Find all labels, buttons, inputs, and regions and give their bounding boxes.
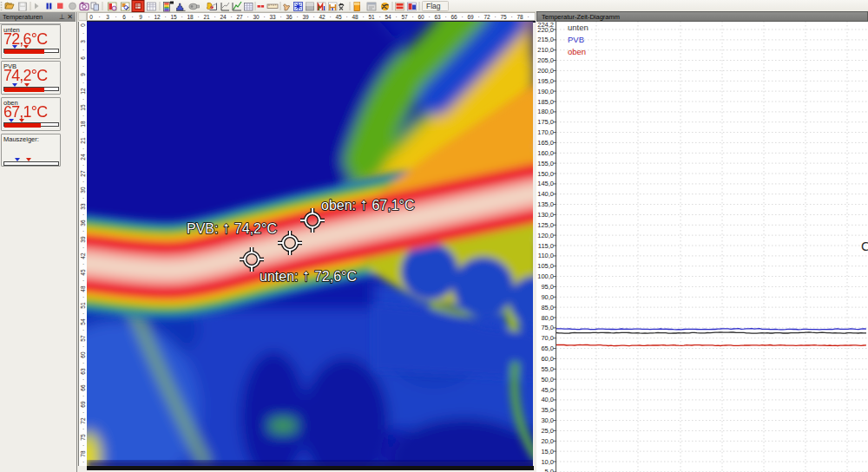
svg-text:oben: ↑ 67,1°C: oben: ↑ 67,1°C — [321, 195, 415, 213]
svg-text:195,0: 195,0 — [537, 77, 554, 85]
svg-text:200,0: 200,0 — [537, 67, 554, 75]
svg-text:60,0: 60,0 — [541, 355, 554, 363]
svg-text:oben: oben — [568, 47, 586, 56]
svg-text:35,0: 35,0 — [541, 406, 554, 414]
svg-text:15,0: 15,0 — [541, 448, 554, 456]
svg-text:110,0: 110,0 — [538, 252, 554, 259]
svg-text:80,0: 80,0 — [541, 314, 554, 322]
svg-text:160,0: 160,0 — [537, 149, 554, 157]
svg-text:105,0: 105,0 — [537, 262, 554, 270]
svg-text:30,0: 30,0 — [541, 416, 554, 424]
svg-text:140,0: 140,0 — [537, 190, 554, 198]
svg-text:100,0: 100,0 — [537, 272, 554, 280]
svg-text:PVB: ↑ 74,2°C: PVB: ↑ 74,2°C — [187, 219, 277, 237]
svg-text:215,0: 215,0 — [537, 36, 554, 43]
svg-text:180,0: 180,0 — [537, 108, 554, 115]
svg-text:185,0: 185,0 — [537, 98, 554, 106]
svg-text:50,0: 50,0 — [541, 376, 554, 384]
svg-text:70,0: 70,0 — [541, 334, 554, 342]
svg-text:PVB: PVB — [568, 35, 584, 44]
svg-text:unten: ↑ 72,6°C: unten: ↑ 72,6°C — [260, 266, 357, 285]
svg-text:Flag: Flag — [426, 2, 441, 10]
svg-text:C: C — [861, 239, 868, 253]
svg-text:85,0: 85,0 — [541, 304, 554, 311]
svg-text:20,0: 20,0 — [541, 437, 554, 445]
svg-text:55,0: 55,0 — [541, 365, 554, 373]
svg-text:unten: unten — [568, 23, 589, 32]
svg-text:135,0: 135,0 — [537, 200, 554, 208]
svg-text:120,0: 120,0 — [537, 232, 554, 239]
svg-text:115,0: 115,0 — [538, 242, 554, 250]
svg-text:220,0: 220,0 — [537, 26, 554, 34]
svg-text:10,0: 10,0 — [541, 458, 554, 466]
svg-text:165,0: 165,0 — [537, 139, 554, 147]
svg-text:90,0: 90,0 — [541, 293, 554, 301]
svg-text:65,0: 65,0 — [541, 344, 554, 352]
svg-text:170,0: 170,0 — [537, 128, 554, 136]
svg-text:145,0: 145,0 — [537, 180, 554, 187]
svg-text:125,0: 125,0 — [537, 221, 554, 229]
svg-text:75,0: 75,0 — [541, 324, 554, 331]
svg-text:95,0: 95,0 — [541, 283, 554, 291]
svg-text:210,0: 210,0 — [537, 46, 554, 54]
svg-text:5,0: 5,0 — [545, 468, 554, 472]
svg-text:40,0: 40,0 — [541, 396, 554, 403]
svg-text:205,0: 205,0 — [537, 56, 554, 64]
svg-text:175,0: 175,0 — [537, 118, 554, 126]
svg-text:130,0: 130,0 — [537, 211, 554, 219]
svg-text:155,0: 155,0 — [537, 160, 554, 167]
svg-text:45,0: 45,0 — [541, 386, 554, 394]
svg-text:150,0: 150,0 — [537, 170, 554, 178]
svg-text:25,0: 25,0 — [541, 427, 554, 435]
svg-text:190,0: 190,0 — [537, 88, 554, 95]
